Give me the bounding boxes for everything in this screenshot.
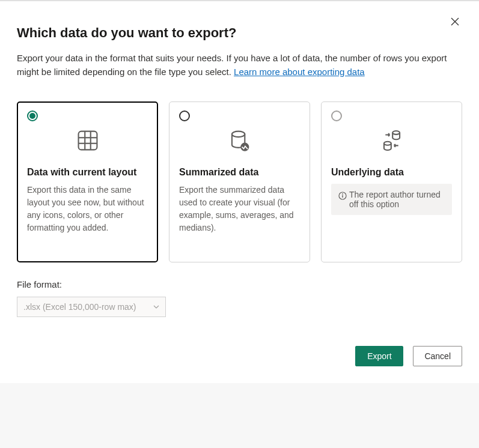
svg-point-8 (383, 142, 391, 145)
option-underlying: Underlying data The report author turned… (321, 101, 462, 262)
radio-icon (331, 110, 342, 121)
file-format-label: File format: (17, 279, 462, 289)
grid-icon (27, 126, 148, 155)
database-transfer-icon (331, 126, 452, 155)
radio-icon (27, 110, 38, 121)
close-button[interactable] (448, 14, 462, 29)
option-title: Summarized data (179, 167, 300, 178)
option-desc: Export the summarized data used to creat… (179, 184, 300, 234)
option-summarized[interactable]: Summarized data Export the summarized da… (169, 101, 310, 262)
dialog-intro: Export your data in the format that suit… (17, 52, 450, 79)
option-title: Underlying data (331, 167, 452, 178)
option-title: Data with current layout (27, 167, 148, 178)
cancel-button[interactable]: Cancel (413, 346, 462, 366)
learn-more-link[interactable]: Learn more about exporting data (234, 67, 365, 77)
export-dialog: Which data do you want to export? Export… (0, 0, 479, 383)
intro-text: Export your data in the format that suit… (17, 53, 447, 77)
option-desc: Export this data in the same layout you … (27, 184, 148, 234)
database-chart-icon (179, 126, 300, 155)
info-icon (338, 192, 347, 200)
file-format-value: .xlsx (Excel 150,000-row max) (23, 302, 136, 312)
svg-rect-0 (78, 132, 97, 150)
radio-icon (179, 110, 190, 121)
svg-point-5 (231, 132, 244, 138)
export-options: Data with current layout Export this dat… (17, 101, 462, 262)
svg-point-7 (392, 131, 400, 135)
dialog-title: Which data do you want to export? (17, 25, 462, 41)
disabled-info: The report author turned off this option (331, 184, 452, 215)
option-current-layout[interactable]: Data with current layout Export this dat… (17, 101, 158, 262)
export-button[interactable]: Export (355, 346, 403, 366)
close-icon (450, 17, 460, 26)
svg-point-11 (342, 193, 343, 195)
info-text: The report author turned off this option (349, 190, 445, 209)
dialog-footer: Export Cancel (17, 346, 462, 366)
file-format-select[interactable]: .xlsx (Excel 150,000-row max) (17, 297, 166, 317)
chevron-down-icon (153, 304, 159, 310)
